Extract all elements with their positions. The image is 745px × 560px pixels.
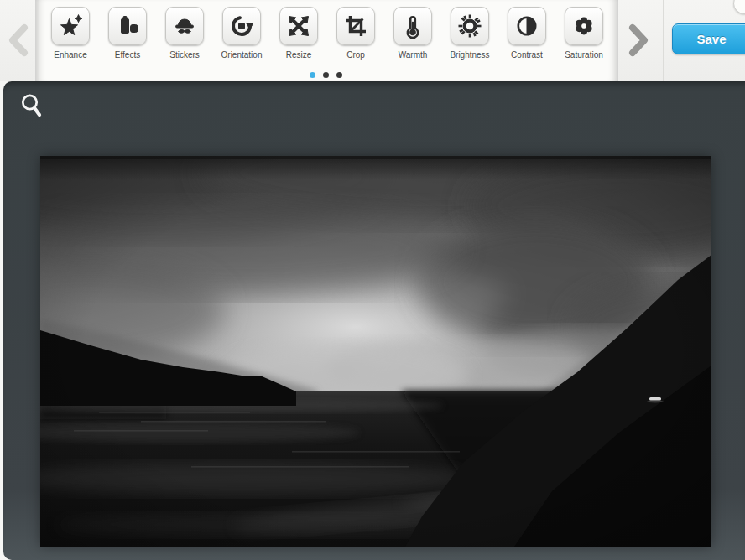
prev-tools-button[interactable] [7, 23, 32, 58]
tool-stickers[interactable]: Stickers [156, 7, 213, 60]
crop-icon [342, 13, 369, 39]
tool-strip: Enhance Effects [35, 0, 618, 81]
tool-crop[interactable]: Crop [327, 7, 384, 60]
tool-contrast[interactable]: Contrast [498, 7, 555, 60]
pager-dot-2[interactable] [323, 72, 329, 78]
corner-badge [733, 0, 745, 14]
tool-label: Enhance [54, 50, 86, 60]
tool-warmth[interactable]: Warmth [384, 7, 441, 60]
landscape-photo-image [40, 156, 711, 547]
enhance-icon [57, 13, 84, 39]
tool-effects[interactable]: Effects [99, 7, 156, 60]
editor-canvas [3, 81, 745, 560]
tool-label: Saturation [565, 50, 603, 60]
chevron-right-icon [625, 23, 650, 58]
stickers-icon [171, 13, 198, 39]
saturation-icon [570, 13, 597, 39]
magnifier-icon [20, 92, 44, 119]
tool-enhance[interactable]: Enhance [42, 7, 99, 60]
photo-editor-app: Enhance Effects [0, 0, 745, 560]
pager-dot-3[interactable] [336, 72, 342, 78]
tool-label: Resize [286, 50, 312, 60]
tool-resize[interactable]: Resize [270, 7, 327, 60]
chevron-left-icon [7, 23, 32, 58]
tool-label: Stickers [169, 50, 200, 60]
next-tools-button[interactable] [625, 23, 650, 58]
brightness-button[interactable] [451, 7, 489, 45]
effects-button[interactable] [108, 7, 147, 45]
save-button[interactable]: Save [672, 23, 745, 54]
enhance-button[interactable] [51, 7, 90, 45]
tool-label: Crop [346, 50, 365, 60]
toolbar: Enhance Effects [0, 0, 745, 81]
toolbar-pager [310, 72, 350, 78]
pager-dot-1[interactable] [310, 72, 315, 78]
tool-saturation[interactable]: Saturation [555, 7, 612, 60]
photo-being-edited [40, 156, 711, 547]
stickers-button[interactable] [165, 7, 204, 45]
brightness-icon [456, 13, 483, 39]
warmth-icon [399, 13, 426, 39]
zoom-tool-button[interactable] [20, 92, 44, 119]
orientation-icon [228, 13, 255, 39]
contrast-icon [513, 13, 540, 39]
contrast-button[interactable] [508, 7, 546, 45]
saturation-button[interactable] [565, 7, 603, 45]
resize-icon [285, 13, 312, 39]
tool-list: Enhance Effects [42, 7, 612, 60]
tool-label: Brightness [450, 50, 489, 60]
tool-label: Warmth [399, 50, 428, 60]
tool-orientation[interactable]: Orientation [213, 7, 270, 60]
toolbar-divider [663, 0, 664, 81]
warmth-button[interactable] [393, 7, 432, 45]
effects-icon [114, 13, 141, 39]
tool-label: Orientation [221, 50, 263, 60]
crop-button[interactable] [336, 7, 375, 45]
tool-brightness[interactable]: Brightness [441, 7, 498, 60]
orientation-button[interactable] [222, 7, 261, 45]
tool-label: Effects [115, 50, 140, 60]
resize-button[interactable] [279, 7, 318, 45]
tool-label: Contrast [511, 50, 543, 60]
